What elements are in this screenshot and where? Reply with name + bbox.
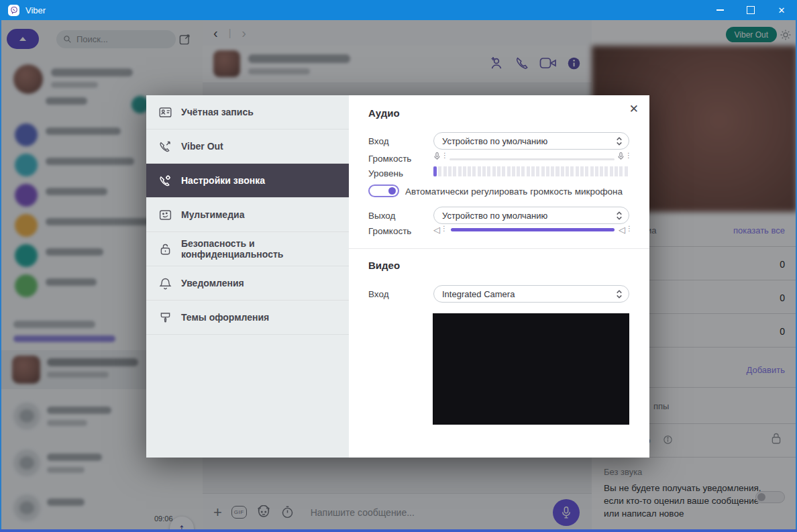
microphone-icon	[433, 152, 441, 162]
mic-menu-dots[interactable]: ⋮	[625, 152, 632, 159]
speaker-menu-dots[interactable]: ⋮	[441, 225, 447, 232]
window-edge-bottom	[0, 529, 797, 532]
menu-item-label: Viber Out	[181, 141, 223, 152]
input-level-meter	[433, 166, 629, 176]
level-active-segment	[433, 166, 437, 176]
menu-item-account[interactable]: Учётная запись	[146, 95, 349, 129]
menu-item-label: Уведомления	[181, 278, 244, 288]
agc-toggle[interactable]	[368, 184, 399, 197]
speaker-menu-dots[interactable]: ⋮	[626, 225, 633, 232]
multimedia-icon	[158, 208, 172, 222]
spinner-icon	[616, 289, 623, 299]
menu-item-label: Темы оформления	[181, 312, 269, 323]
close-icon[interactable]: ✕	[627, 99, 641, 119]
video-heading: Видео	[368, 260, 400, 271]
lock-icon	[158, 242, 172, 256]
menu-item-label: Учётная запись	[181, 107, 254, 117]
audio-output-label: Выход	[368, 211, 395, 221]
mic-menu-dots[interactable]: ⋮	[441, 152, 448, 159]
menu-item-call-settings[interactable]: Настройки звонка	[146, 164, 349, 198]
minimize-icon	[716, 9, 724, 11]
themes-icon	[158, 311, 172, 325]
window-edge-left	[0, 20, 1, 529]
menu-item-themes[interactable]: Темы оформления	[146, 301, 349, 335]
bell-icon	[158, 276, 172, 290]
speaker-icon: ◁	[433, 225, 440, 235]
audio-input-label: Вход	[368, 136, 389, 146]
settings-dialog: Учётная запись Viber Out Настройки звонк…	[146, 95, 649, 458]
agc-label: Автоматически регулировать громкость мик…	[405, 187, 623, 197]
menu-item-multimedia[interactable]: Мультимедиа	[146, 198, 349, 232]
spinner-icon	[616, 136, 623, 146]
toggle-knob	[388, 187, 396, 195]
selected-device: Integrated Camera	[442, 289, 616, 299]
maximize-icon	[747, 6, 755, 14]
viber-window: Поиск...	[0, 0, 797, 532]
call-settings-icon	[158, 174, 172, 188]
minimize-button[interactable]	[704, 0, 735, 20]
maximize-button[interactable]	[735, 0, 766, 20]
output-volume-label: Громкость	[368, 226, 411, 236]
selected-device: Устройство по умолчанию	[442, 211, 616, 221]
microphone-icon	[617, 152, 625, 162]
camera-preview	[433, 313, 629, 425]
section-divider	[349, 248, 649, 249]
audio-input-select[interactable]: Устройство по умолчанию	[433, 132, 629, 150]
settings-menu: Учётная запись Viber Out Настройки звонк…	[146, 95, 349, 458]
video-input-label: Вход	[368, 289, 389, 299]
output-volume-slider[interactable]	[451, 228, 615, 231]
spinner-icon	[616, 211, 623, 221]
account-card-icon	[158, 105, 172, 119]
menu-item-label: Настройки звонка	[181, 175, 265, 186]
titlebar: Viber ✕	[0, 0, 797, 20]
window-title: Viber	[25, 5, 46, 15]
close-icon: ✕	[778, 5, 786, 15]
call-settings-pane: ✕ Аудио Вход Устройство по умолчанию Гро…	[349, 95, 649, 458]
menu-item-notifications[interactable]: Уведомления	[146, 266, 349, 301]
speaker-icon: ◁	[619, 225, 625, 235]
audio-output-select[interactable]: Устройство по умолчанию	[433, 207, 629, 224]
menu-item-label: Мультимедиа	[181, 209, 244, 220]
input-volume-slider[interactable]	[449, 158, 615, 160]
viber-logo-icon	[8, 5, 19, 16]
selected-device: Устройство по умолчанию	[442, 136, 616, 146]
level-label: Уровень	[368, 168, 403, 178]
viber-out-icon	[158, 140, 172, 154]
menu-item-security[interactable]: Безопасность и конфиденциальность	[146, 232, 349, 266]
close-button[interactable]: ✕	[766, 0, 797, 20]
menu-item-label: Безопасность и конфиденциальность	[181, 238, 349, 260]
menu-item-viber-out[interactable]: Viber Out	[146, 129, 349, 164]
video-input-select[interactable]: Integrated Camera	[433, 285, 629, 303]
input-volume-label: Громкость	[368, 154, 411, 164]
audio-heading: Аудио	[368, 107, 400, 119]
